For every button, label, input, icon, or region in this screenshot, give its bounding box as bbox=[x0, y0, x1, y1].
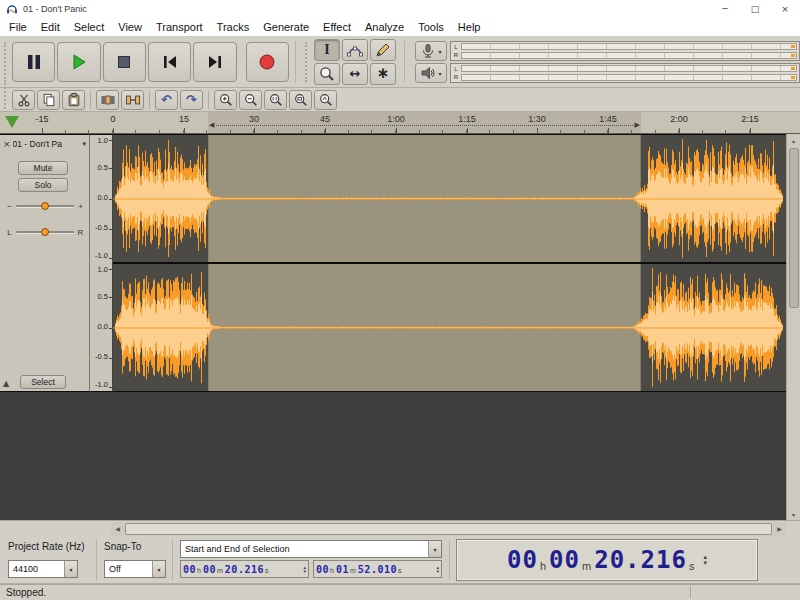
time-spinner[interactable]: ▴▾ bbox=[436, 565, 439, 573]
clip-indicator bbox=[791, 54, 795, 57]
spin-down-icon[interactable]: ▾ bbox=[436, 569, 439, 573]
selection-mode-combo[interactable]: Start and End of Selection ▾ bbox=[180, 540, 442, 558]
skip-to-start-button[interactable] bbox=[148, 42, 191, 82]
horizontal-scrollbar[interactable]: ◀ ▶ bbox=[111, 522, 786, 536]
gain-slider-thumb[interactable] bbox=[41, 202, 49, 210]
project-rate-combo[interactable]: 44100 ▾ bbox=[8, 560, 78, 578]
close-button[interactable]: × bbox=[770, 0, 800, 17]
combo-dropdown-button[interactable]: ▾ bbox=[152, 561, 165, 577]
maximize-button[interactable]: □ bbox=[740, 0, 770, 17]
waveform-channel-right[interactable] bbox=[113, 264, 786, 391]
scroll-right-icon[interactable]: ▶ bbox=[773, 523, 786, 535]
gain-slider-row: − + bbox=[6, 199, 84, 213]
selection-start-field[interactable]: 00h 00m 20.216s ▴▾ bbox=[180, 560, 309, 578]
trim-audio-button[interactable] bbox=[96, 90, 119, 110]
ruler-selection-region[interactable]: ◀ ▶ bbox=[208, 112, 641, 133]
menu-file[interactable]: File bbox=[2, 17, 34, 36]
menu-tools[interactable]: Tools bbox=[411, 17, 451, 36]
recording-meter[interactable]: L R bbox=[450, 41, 800, 61]
recording-meter-button[interactable]: ▾ bbox=[415, 41, 447, 61]
vertical-scrollbar-thumb[interactable] bbox=[789, 148, 799, 308]
mute-button[interactable]: Mute bbox=[18, 161, 68, 175]
scroll-up-icon[interactable]: ▴ bbox=[792, 134, 795, 146]
track-select-button[interactable]: Select bbox=[20, 375, 66, 389]
zoom-fit-button[interactable] bbox=[289, 90, 312, 110]
magnifier-icon bbox=[319, 66, 335, 82]
menu-edit[interactable]: Edit bbox=[34, 17, 67, 36]
redo-button[interactable]: ↷ bbox=[180, 90, 203, 110]
skip-to-end-button[interactable] bbox=[193, 42, 236, 82]
menu-transport[interactable]: Transport bbox=[149, 17, 210, 36]
pan-slider-thumb[interactable] bbox=[41, 228, 49, 236]
menu-analyze[interactable]: Analyze bbox=[358, 17, 411, 36]
stop-button[interactable] bbox=[103, 42, 146, 82]
quickplay-pin-icon[interactable] bbox=[5, 116, 19, 128]
track-menu-caret-icon[interactable]: ▾ bbox=[82, 140, 86, 148]
playback-meter-button[interactable]: ▾ bbox=[415, 63, 447, 83]
multi-tool-button[interactable]: ∗ bbox=[370, 63, 396, 85]
time-spinner[interactable]: ▴▾ bbox=[703, 554, 707, 566]
timeline-ruler[interactable]: -15 0 15 30 45 1:00 1:15 1:30 1:45 2:00 … bbox=[0, 112, 800, 134]
zoom-toggle-icon bbox=[319, 93, 333, 107]
copy-button[interactable] bbox=[37, 90, 60, 110]
record-button[interactable] bbox=[246, 42, 289, 82]
scale-tick bbox=[109, 199, 112, 200]
vertical-scrollbar[interactable]: ▴ ▾ bbox=[786, 134, 800, 520]
zoom-tool-button[interactable] bbox=[314, 63, 340, 85]
track-control-panel[interactable]: × 01 - Don't Pa ▾ Mute Solo − + L R ▲ Se… bbox=[0, 134, 90, 392]
track-name[interactable]: 01 - Don't Pa bbox=[13, 139, 81, 149]
menu-effect[interactable]: Effect bbox=[316, 17, 358, 36]
position-minutes: 00 bbox=[549, 546, 580, 574]
selection-end-field[interactable]: 00h 01m 52.010s ▴▾ bbox=[313, 560, 442, 578]
zoom-selection-button[interactable] bbox=[264, 90, 287, 110]
toolbar-grip[interactable] bbox=[305, 42, 309, 82]
timeshift-tool-button[interactable]: ↔ bbox=[342, 63, 368, 85]
horizontal-scrollbar-thumb[interactable] bbox=[125, 523, 772, 535]
waveform-channel-left[interactable] bbox=[113, 135, 786, 262]
combo-dropdown-button[interactable]: ▾ bbox=[428, 541, 441, 557]
ruler-tick-label: 15 bbox=[179, 114, 189, 124]
envelope-tool-button[interactable] bbox=[342, 39, 368, 61]
cut-button[interactable] bbox=[12, 90, 35, 110]
paste-button[interactable] bbox=[62, 90, 85, 110]
selection-tool-button[interactable]: I bbox=[314, 39, 340, 61]
time-spinner[interactable]: ▴▾ bbox=[303, 565, 306, 573]
record-icon bbox=[258, 53, 276, 71]
silence-audio-button[interactable] bbox=[121, 90, 144, 110]
zoom-out-button[interactable] bbox=[239, 90, 262, 110]
spin-down-icon[interactable]: ▾ bbox=[303, 569, 306, 573]
minimize-button[interactable]: ─ bbox=[710, 0, 740, 17]
menu-generate[interactable]: Generate bbox=[256, 17, 316, 36]
menu-view[interactable]: View bbox=[111, 17, 149, 36]
scale-label: 0.5 bbox=[98, 164, 108, 172]
combo-dropdown-button[interactable]: ▾ bbox=[64, 561, 77, 577]
seconds-unit: s bbox=[398, 567, 402, 574]
toolbar-separator bbox=[172, 540, 173, 580]
play-button[interactable] bbox=[57, 42, 100, 82]
scroll-left-icon[interactable]: ◀ bbox=[111, 523, 124, 535]
track-close-icon[interactable]: × bbox=[3, 140, 11, 149]
zoom-toggle-button[interactable] bbox=[314, 90, 337, 110]
pause-button[interactable] bbox=[12, 42, 55, 82]
undo-button[interactable]: ↶ bbox=[155, 90, 178, 110]
menu-select[interactable]: Select bbox=[67, 17, 112, 36]
audio-position-display[interactable]: 00h 00m 20.216s ▴▾ bbox=[456, 539, 758, 581]
scroll-down-icon[interactable]: ▾ bbox=[792, 508, 795, 520]
draw-tool-button[interactable] bbox=[370, 39, 396, 61]
zoom-in-button[interactable] bbox=[214, 90, 237, 110]
toolbar-grip[interactable] bbox=[4, 42, 8, 82]
position-seconds: 20.216 bbox=[594, 546, 687, 574]
playback-meter[interactable]: L R bbox=[450, 63, 800, 83]
collapse-track-icon[interactable]: ▲ bbox=[3, 380, 9, 388]
gain-minus-label: − bbox=[6, 202, 13, 211]
scale-label: 0.5 bbox=[98, 293, 108, 301]
pan-slider[interactable] bbox=[16, 231, 74, 234]
gain-slider[interactable] bbox=[16, 205, 74, 208]
menu-tracks[interactable]: Tracks bbox=[210, 17, 257, 36]
snap-to-combo[interactable]: Off ▾ bbox=[104, 560, 166, 578]
solo-button[interactable]: Solo bbox=[18, 178, 68, 192]
zoom-out-icon bbox=[244, 93, 258, 107]
menu-help[interactable]: Help bbox=[451, 17, 488, 36]
silence-icon bbox=[126, 93, 140, 107]
spin-down-icon[interactable]: ▾ bbox=[703, 560, 707, 566]
